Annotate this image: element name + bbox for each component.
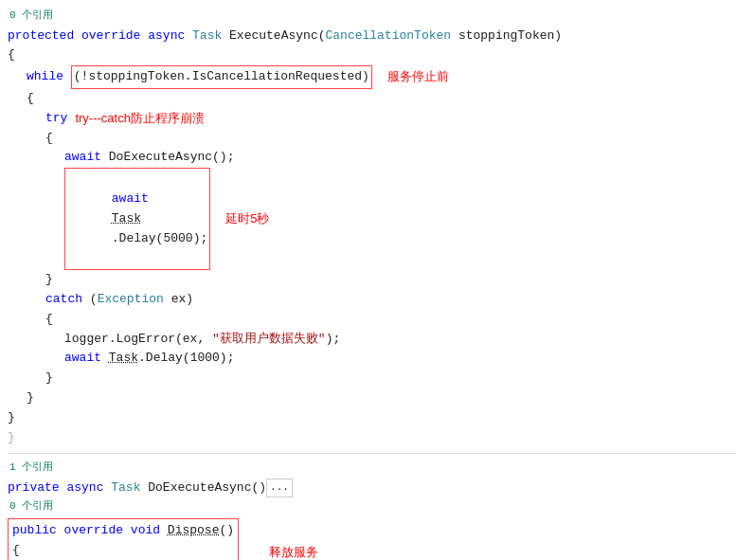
string-error: "获取用户数据失败" (212, 330, 326, 350)
delay-1000-text: .Delay(1000); (138, 349, 234, 369)
code-line-while: while (!stoppingToken.IsCancellationRequ… (8, 65, 736, 89)
keyword-await-2: await (112, 191, 156, 206)
code-line-private: private async Task DoExecuteAsync() ... (8, 479, 736, 498)
brace-close-4: } (45, 369, 53, 388)
ref-label-1: 0 个引用 (9, 8, 736, 25)
code-line-await-do: await DoExecuteAsync(); (8, 148, 736, 168)
code-line-open-3: { (8, 129, 736, 149)
code-line-open-4: { (8, 310, 736, 330)
method-do-execute-decl: DoExecuteAsync() (148, 479, 266, 498)
annotation-dispose: 释放服务 (269, 545, 318, 559)
param-stopping: stoppingToken) (451, 27, 562, 46)
ref-label-2: 1 个引用 (9, 460, 736, 477)
code-line-catch: catch ( Exception ex) (8, 290, 736, 310)
keyword-await-1: await (64, 148, 109, 168)
code-editor: 0 个引用 protected override async Task Exec… (0, 8, 736, 560)
type-task-private: Task (111, 479, 148, 498)
keyword-catch: catch (45, 290, 90, 310)
brace-open-1: { (8, 45, 15, 65)
code-line-dispose-decl: public override void Dispose () (12, 521, 234, 541)
dispose-parens: () (219, 521, 234, 541)
brace-close-1: } (8, 408, 15, 428)
keyword-public: public (12, 521, 64, 541)
catch-var: ex) (164, 290, 193, 310)
keyword-async-2: async (66, 479, 111, 498)
brace-open-5: { (12, 541, 20, 560)
delay-5000-box: await Task .Delay(5000); (64, 168, 210, 270)
dispose-box: public override void Dispose () { base. … (8, 518, 239, 560)
logger-text: logger.LogError(ex, (64, 330, 212, 350)
code-line-protected: protected override async Task ExecuteAsy… (8, 27, 736, 46)
logger-end: ); (326, 330, 341, 350)
method-dispose: Dispose (168, 521, 220, 541)
type-task-2: Task (112, 211, 141, 226)
keyword-private: private (8, 479, 66, 498)
brace-close-3: } (45, 270, 53, 290)
brace-close-2: } (27, 388, 34, 408)
single-brace: } (8, 428, 15, 448)
type-task-3: Task (109, 349, 138, 369)
keyword-try: try (45, 109, 67, 129)
annotation-delay: 延时5秒 (225, 209, 269, 229)
ref-label-3: 0 个引用 (9, 498, 736, 515)
code-line-close-2: } (8, 388, 736, 408)
method-do-execute: DoExecuteAsync(); (109, 148, 235, 168)
annotation-try: try---catch防止程序崩溃 (75, 109, 205, 129)
brace-open-3: { (45, 129, 53, 149)
code-line-close-4: } (8, 369, 736, 388)
while-condition-box: (!stoppingToken.IsCancellationRequested) (71, 65, 372, 89)
code-line-open-5: { (12, 541, 234, 560)
keyword-while: while (27, 67, 71, 87)
code-line-open-1: { (8, 45, 736, 65)
section-divider-1 (8, 453, 736, 454)
keyword-protected: protected (8, 27, 81, 46)
keyword-override: override (81, 27, 148, 46)
code-line-await-delay-1000: await Task .Delay(1000); (8, 349, 736, 369)
brace-open-4: { (45, 310, 53, 330)
code-line-close-3: } (8, 270, 736, 290)
keyword-override-2: override (64, 521, 131, 541)
delay-5000-text: .Delay(5000); (112, 231, 207, 245)
code-line-await-delay-5000: await Task .Delay(5000); 延时5秒 (8, 168, 736, 270)
keyword-async: async (148, 27, 192, 46)
annotation-while: 服务停止前 (387, 67, 449, 87)
type-task: Task (192, 27, 229, 46)
method-name-execute: ExecuteAsync( (229, 27, 325, 46)
brace-open-2: { (27, 89, 34, 109)
code-line-close-1: } (8, 408, 736, 428)
code-line-open-2: { (8, 89, 736, 109)
keyword-void: void (131, 521, 168, 541)
type-cancellation: CancellationToken (325, 27, 451, 46)
type-exception: Exception (98, 290, 164, 310)
catch-paren: ( (90, 290, 98, 310)
ellipsis-do-execute[interactable]: ... (266, 479, 293, 497)
code-line-logger: logger.LogError(ex, "获取用户数据失败" ); (8, 330, 736, 350)
code-line-closing-brace: } (8, 428, 736, 448)
keyword-await-3: await (64, 349, 109, 369)
code-line-try: try try---catch防止程序崩溃 (8, 109, 736, 129)
